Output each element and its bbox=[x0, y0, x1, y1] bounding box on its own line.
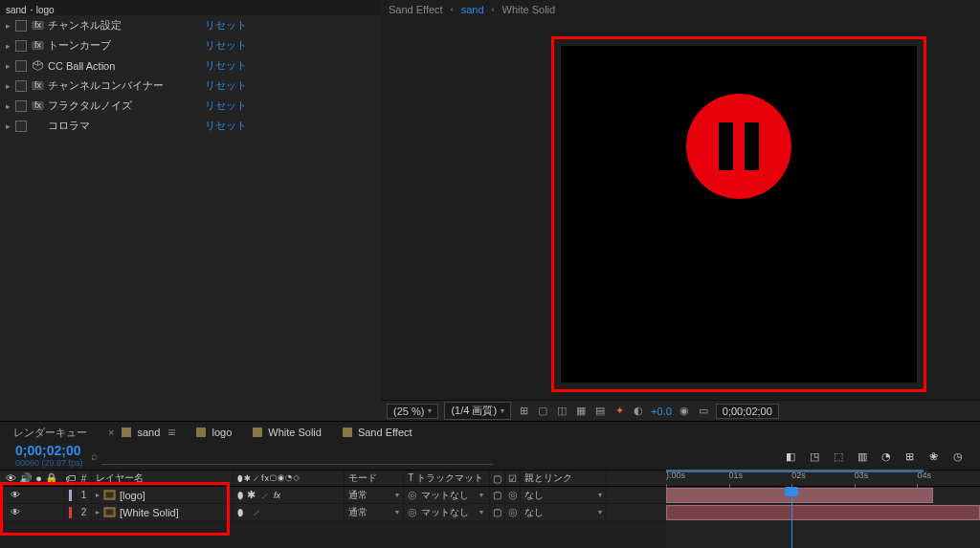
time-ruler[interactable]: ):00s01s02s03s04s05 bbox=[666, 470, 980, 548]
trackmatte-dropdown[interactable]: ◎ マットなし▾ bbox=[404, 487, 490, 503]
blend-mode-dropdown[interactable]: 通常▾ bbox=[345, 487, 404, 503]
zoom-dropdown[interactable]: (25 %)▾ bbox=[387, 404, 438, 419]
tab-sand-effect[interactable]: Sand Effect bbox=[343, 427, 412, 438]
breadcrumb-item[interactable]: Sand Effect bbox=[389, 4, 443, 15]
pickwhip-icon[interactable]: ◎ bbox=[505, 504, 521, 520]
twirl-icon[interactable]: ▸ bbox=[4, 81, 11, 91]
tab-white-solid[interactable]: White Solid bbox=[253, 427, 322, 438]
col-av-switches: 👁 🔊 ● 🔒 bbox=[0, 471, 65, 486]
tab-menu-icon[interactable]: ≡ bbox=[167, 425, 175, 440]
reset-link[interactable]: リセット bbox=[205, 78, 247, 93]
trackmatte-toggle[interactable]: ▢ bbox=[490, 504, 505, 520]
tag-icon: 🏷 bbox=[65, 472, 76, 484]
label-swatch[interactable] bbox=[69, 507, 72, 518]
ruler-tick: ):00s bbox=[666, 471, 685, 480]
effect-name[interactable]: CC Ball Action bbox=[48, 60, 201, 72]
exposure-value[interactable]: +0.0 bbox=[651, 406, 672, 417]
visibility-toggle[interactable]: 👁 bbox=[10, 507, 21, 517]
close-icon[interactable]: × bbox=[108, 427, 114, 438]
twirl-icon[interactable]: ▸ bbox=[96, 491, 100, 499]
effect-name[interactable]: チャンネルコンバイナー bbox=[48, 78, 201, 93]
fx-enable-checkbox[interactable] bbox=[15, 121, 27, 132]
resolution-dropdown[interactable]: (1/4 画質)▾ bbox=[444, 402, 511, 420]
stopwatch-icon[interactable]: ◷ bbox=[950, 449, 965, 464]
trackmatte-toggle[interactable]: ▢ bbox=[490, 487, 505, 503]
ruler-tick: 02s bbox=[791, 471, 806, 480]
layer-row[interactable]: 👁 2 ▸[White Solid] ⬮⟋ 通常▾ ◎ マットなし▾ ▢ ◎ な… bbox=[0, 504, 666, 521]
draft3d-icon[interactable]: ◳ bbox=[807, 449, 821, 464]
channel-icon[interactable]: ✦ bbox=[612, 405, 626, 418]
reset-link[interactable]: リセット bbox=[205, 38, 247, 53]
fx-enable-checkbox[interactable] bbox=[15, 60, 27, 72]
layer-bar-2[interactable] bbox=[666, 505, 980, 520]
shy-icon[interactable]: ⬚ bbox=[831, 449, 845, 464]
comp-icon bbox=[103, 489, 116, 501]
reset-link[interactable]: リセット bbox=[205, 58, 247, 73]
reset-link[interactable]: リセット bbox=[205, 119, 247, 133]
fx-enable-checkbox[interactable] bbox=[15, 100, 27, 112]
effect-name[interactable]: トーンカーブ bbox=[48, 38, 201, 53]
tab-render-queue[interactable]: レンダーキュー bbox=[13, 426, 87, 440]
col-parent-toggle[interactable]: ☑ bbox=[505, 471, 521, 486]
tab-logo[interactable]: logo bbox=[196, 427, 232, 438]
parent-dropdown[interactable]: なし▾ bbox=[521, 487, 607, 503]
twirl-icon[interactable]: ▸ bbox=[96, 508, 100, 516]
timeline-tracks[interactable] bbox=[666, 487, 980, 548]
fx-enable-checkbox[interactable] bbox=[15, 80, 27, 92]
svg-text:fx: fx bbox=[34, 100, 41, 110]
comp-flowchart-icon[interactable]: ◧ bbox=[783, 449, 797, 464]
snapshot-icon[interactable]: ◉ bbox=[678, 405, 691, 418]
pickwhip-icon[interactable]: ◎ bbox=[505, 487, 521, 503]
trackmatte-dropdown[interactable]: ◎ マットなし▾ bbox=[404, 504, 490, 520]
reset-link[interactable]: リセット bbox=[205, 99, 247, 113]
effect-name[interactable]: チャンネル設定 bbox=[48, 18, 201, 33]
effect-name[interactable]: コロラマ bbox=[48, 119, 201, 133]
exposure-icon[interactable]: ◐ bbox=[632, 405, 645, 418]
brain-icon[interactable]: ❀ bbox=[926, 449, 941, 464]
ruler-tick: 04s bbox=[917, 471, 931, 480]
region-icon[interactable]: ◫ bbox=[555, 405, 568, 418]
current-time-indicator[interactable] bbox=[791, 487, 792, 548]
visibility-toggle[interactable]: 👁 bbox=[10, 490, 21, 500]
layer-name[interactable]: [logo] bbox=[120, 490, 145, 501]
label-swatch[interactable] bbox=[69, 490, 72, 501]
layer-name[interactable]: [White Solid] bbox=[120, 507, 179, 518]
lock-icon: 🔒 bbox=[45, 472, 58, 485]
layer-row[interactable]: 👁 1 ▸[logo] ⬮✱⟋fx 通常▾ ◎ マットなし▾ ▢ ◎ なし▾ bbox=[0, 487, 666, 504]
eye-icon: 👁 bbox=[6, 472, 16, 484]
fx-enable-checkbox[interactable] bbox=[15, 40, 27, 52]
guides-icon[interactable]: ▤ bbox=[593, 405, 607, 418]
effect-type-icon bbox=[31, 120, 44, 133]
tab-sand[interactable]: × sand ≡ bbox=[108, 425, 175, 440]
layer-search[interactable]: ⌕ bbox=[91, 449, 493, 465]
reset-link[interactable]: リセット bbox=[205, 18, 247, 33]
twirl-icon[interactable]: ▸ bbox=[4, 101, 11, 111]
frame-blend-icon[interactable]: ▥ bbox=[855, 449, 869, 464]
col-trackmatte-toggle[interactable]: ▢ bbox=[490, 471, 505, 486]
twirl-icon[interactable]: ▸ bbox=[4, 41, 11, 51]
motion-blur-icon[interactable]: ◔ bbox=[879, 449, 893, 464]
breadcrumb-item-active[interactable]: sand bbox=[461, 4, 484, 15]
viewer-area[interactable] bbox=[381, 19, 980, 400]
col-trackmatte-label: T トラックマット bbox=[404, 471, 490, 486]
current-time[interactable]: 0;00;02;00 bbox=[15, 444, 83, 458]
effect-name[interactable]: フラクタルノイズ bbox=[48, 99, 201, 113]
show-snapshot-icon[interactable]: ▭ bbox=[697, 405, 710, 418]
search-input[interactable] bbox=[101, 449, 493, 465]
parent-dropdown[interactable]: なし▾ bbox=[521, 504, 607, 520]
breadcrumb-item[interactable]: White Solid bbox=[502, 4, 556, 15]
twirl-icon[interactable]: ▸ bbox=[4, 21, 11, 31]
viewer-toolbar: (25 %)▾ (1/4 画質)▾ ⊞ ▢ ◫ ▦ ▤ ✦ ◐ +0.0 ◉ ▭… bbox=[381, 400, 980, 421]
fx-enable-checkbox[interactable] bbox=[15, 20, 27, 32]
blend-mode-dropdown[interactable]: 通常▾ bbox=[345, 504, 404, 520]
transparency-grid-icon[interactable]: ⊞ bbox=[517, 405, 530, 418]
col-layer-name: レイヤー名 bbox=[92, 471, 234, 486]
grid-icon[interactable]: ▦ bbox=[574, 405, 588, 418]
graph-editor-icon[interactable]: ⊞ bbox=[902, 449, 917, 464]
mask-toggle-icon[interactable]: ▢ bbox=[536, 405, 549, 418]
twirl-icon[interactable]: ▸ bbox=[4, 61, 11, 71]
twirl-icon[interactable]: ▸ bbox=[4, 121, 11, 131]
preview-time[interactable]: 0;00;02;00 bbox=[716, 404, 779, 419]
layer-bar-1[interactable] bbox=[666, 488, 933, 503]
composition-canvas[interactable] bbox=[561, 46, 917, 383]
